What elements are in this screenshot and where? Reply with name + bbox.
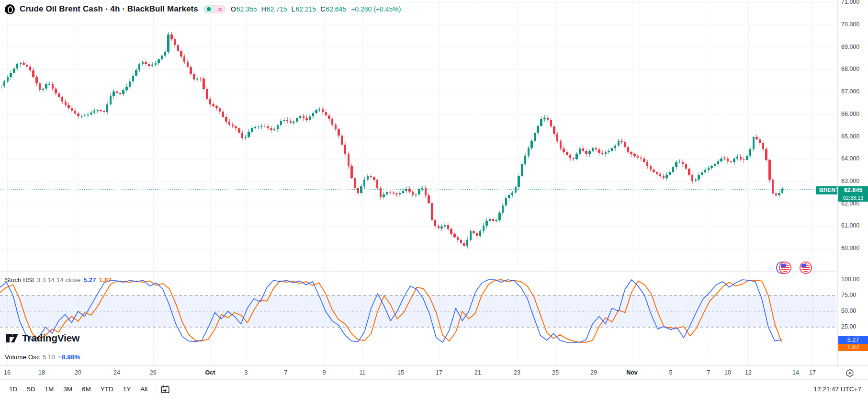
price-axis-label: 68.000: [841, 66, 859, 72]
time-axis-tick: Nov: [626, 369, 638, 376]
stoch-axis-label: 75.00: [841, 292, 856, 298]
chart-plot-area[interactable]: [0, 0, 868, 379]
time-axis-tick: 25: [552, 369, 559, 376]
stoch-rsi-k-value: 5.27: [83, 276, 96, 284]
volume-osc-label[interactable]: Volume Osc 5 10 −8.98%: [5, 353, 80, 361]
chart-header: Crude Oil Brent Cash · 4h · BlackBull Ma…: [5, 4, 401, 14]
date-range-group: 1D5D1M3M6MYTD1YAll: [0, 383, 152, 395]
time-axis-tick: Oct: [205, 369, 215, 376]
time-axis-tick: 11: [360, 369, 366, 376]
us-event-flag-icon[interactable]: [779, 262, 791, 274]
market-open-dot-icon: [203, 5, 214, 13]
stoch-axis-label: 25.00: [841, 323, 856, 330]
price-axis[interactable]: 62.645 02:38:13 5.27 1.87 71.00070.00069…: [837, 0, 868, 379]
clock-utc[interactable]: 17:21:47 UTC+7: [814, 386, 868, 393]
time-axis-tick: 10: [724, 369, 731, 376]
time-axis-tick: 7: [284, 369, 288, 376]
symbol-title[interactable]: Crude Oil Brent Cash · 4h · BlackBull Ma…: [20, 4, 198, 14]
time-axis-tick: 24: [113, 369, 120, 376]
range-button-ytd[interactable]: YTD: [96, 383, 118, 395]
price-axis-label: 60.000: [841, 245, 859, 251]
time-axis-tick: 12: [745, 369, 752, 376]
range-button-1y[interactable]: 1Y: [119, 383, 135, 395]
time-axis-tick: 23: [514, 369, 520, 376]
volume-osc-title: Volume Osc: [5, 353, 40, 361]
stoch-rsi-d-value: 1.87: [99, 276, 112, 284]
ohlc-c: C62.645: [320, 5, 346, 13]
price-axis-label: 69.000: [841, 44, 859, 50]
price-axis-label: 62.000: [841, 200, 859, 207]
time-axis-tick: 29: [590, 369, 597, 376]
time-axis-tick: 18: [38, 369, 45, 376]
tradingview-logo-icon: [6, 332, 19, 344]
market-status-pill[interactable]: ≈: [203, 5, 226, 13]
time-axis-tick: 3: [245, 369, 248, 376]
volume-osc-value: −8.98%: [58, 353, 80, 361]
range-button-6m[interactable]: 6M: [78, 383, 95, 395]
time-axis-tick: 7: [707, 369, 710, 376]
time-axis-tick: 9: [323, 369, 326, 376]
volume-osc-params: 5 10: [43, 353, 55, 361]
time-axis-tick: 26: [150, 369, 157, 376]
time-axis-tick: 16: [4, 369, 11, 376]
price-axis-label: 63.000: [841, 178, 859, 184]
stoch-axis-label: 50.00: [841, 307, 856, 314]
time-axis-tick: 20: [75, 369, 81, 376]
toolbar-divider: [156, 385, 156, 394]
ohlc-values: O62.355H62.715L62.215C62.645: [231, 5, 346, 13]
price-axis-label: 64.000: [841, 155, 859, 162]
time-axis-tick: 17: [436, 369, 442, 376]
price-axis-label: 67.000: [841, 88, 859, 95]
price-axis-label: 66.000: [841, 111, 859, 117]
range-button-all[interactable]: All: [136, 383, 152, 395]
price-axis-label: 61.000: [841, 222, 859, 229]
instrument-logo-icon: [5, 4, 15, 14]
bottom-toolbar: 1D5D1M3M6MYTD1YAll 17:21:47 UTC+7: [0, 379, 868, 398]
range-button-3m[interactable]: 3M: [59, 383, 77, 395]
range-button-1m[interactable]: 1M: [41, 383, 58, 395]
range-button-5d[interactable]: 5D: [23, 383, 39, 395]
tradingview-watermark: TradingView: [6, 332, 79, 344]
stoch-k-value-box: 5.27: [838, 336, 868, 344]
delayed-data-icon: ≈: [214, 5, 226, 13]
price-axis-label: 70.000: [841, 21, 859, 28]
time-axis[interactable]: 1618202426Oct37911151721232529Nov5710121…: [0, 365, 868, 380]
time-axis-tick: 5: [669, 369, 673, 376]
tradingview-logo-text: TradingView: [22, 332, 79, 344]
ohlc-h: H62.715: [261, 5, 287, 13]
time-axis-tick: 14: [792, 369, 799, 376]
gear-icon[interactable]: [845, 368, 855, 378]
ohlc-o: O62.355: [231, 5, 257, 13]
price-axis-label: 71.000: [841, 0, 859, 5]
stoch-rsi-label[interactable]: Stoch RSI 3 3 14 14 close 5.27 1.87: [5, 276, 112, 284]
stoch-axis-label: 100.00: [841, 276, 859, 283]
time-axis-tick: 15: [397, 369, 404, 376]
stoch-d-value-box: 1.87: [838, 344, 868, 351]
stoch-rsi-params: 3 3 14 14 close: [37, 276, 81, 284]
last-price-box: 62.645: [838, 186, 868, 194]
chart-window: Crude Oil Brent Cash · 4h · BlackBull Ma…: [0, 0, 868, 398]
time-axis-tick: 17: [809, 369, 816, 376]
us-event-flag-icon[interactable]: [800, 262, 812, 274]
ohlc-l: L62.215: [292, 5, 316, 13]
time-axis-tick: 21: [474, 369, 481, 376]
range-button-1d[interactable]: 1D: [5, 383, 22, 395]
price-axis-label: 65.000: [841, 133, 859, 140]
stoch-rsi-title: Stoch RSI: [5, 276, 34, 284]
price-change: +0.280 (+0.45%): [351, 5, 401, 13]
go-to-date-icon[interactable]: [160, 384, 170, 395]
